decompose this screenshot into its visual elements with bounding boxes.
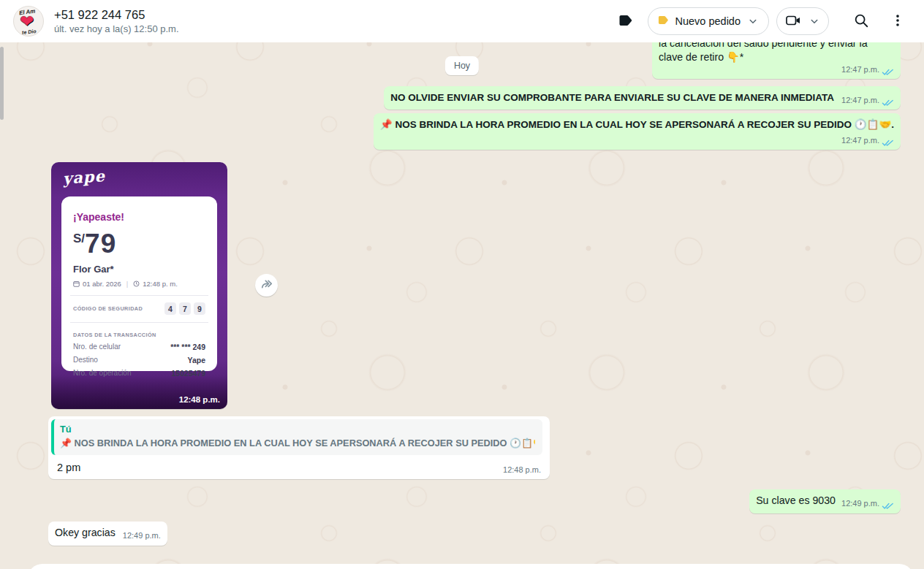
quoted-message[interactable]: Tú 📌 NOS BRINDA LA HORA PROMEDIO EN LA C… bbox=[51, 419, 542, 455]
video-camera-icon bbox=[784, 12, 802, 31]
incoming-message-reply-2pm[interactable]: Tú 📌 NOS BRINDA LA HORA PROMEDIO EN LA C… bbox=[48, 416, 550, 479]
divider bbox=[70, 322, 208, 323]
security-digit: 7 bbox=[179, 302, 191, 315]
chat-header: El Am ❤ te Dio +51 922 244 765 últ. vez … bbox=[0, 0, 924, 42]
message-input-bar[interactable] bbox=[28, 564, 914, 569]
message-meta: 12:47 p.m. bbox=[659, 65, 894, 74]
message-time: 12:48 p.m. bbox=[179, 395, 220, 404]
forward-arrow-icon bbox=[260, 277, 274, 294]
read-receipt-icon bbox=[882, 66, 894, 74]
search-icon bbox=[853, 12, 869, 31]
security-digit: 4 bbox=[164, 302, 176, 315]
divider bbox=[70, 295, 208, 296]
message-time: 12:48 p.m. bbox=[503, 465, 541, 474]
read-receipt-icon bbox=[882, 137, 894, 145]
order-tag-icon bbox=[657, 14, 670, 28]
search-button[interactable] bbox=[847, 7, 876, 36]
security-code-row: CÓDIGO DE SEGURIDAD 4 7 9 bbox=[73, 302, 205, 315]
message-time: 12:47 p.m. bbox=[841, 96, 879, 104]
avatar[interactable]: El Am ❤ te Dio bbox=[13, 6, 44, 37]
contact-name: +51 922 244 765 bbox=[54, 7, 179, 23]
clock-icon bbox=[133, 280, 140, 287]
outgoing-message-comprobante[interactable]: NO OLVIDE ENVIAR SU COMPROBANTE PARA ENV… bbox=[384, 86, 901, 110]
last-seen-status: últ. vez hoy a la(s) 12:50 p.m. bbox=[54, 23, 179, 36]
message-text: Okey gracias bbox=[55, 526, 116, 540]
outgoing-message-clave[interactable]: Su clave es 9030 12:49 p.m. bbox=[749, 489, 901, 513]
tx-value: *** *** 249 bbox=[170, 343, 205, 351]
receipt-time: 12:48 p. m. bbox=[143, 280, 178, 288]
tx-value: Yape bbox=[187, 356, 205, 364]
transaction-row: Nro. de celular *** *** 249 bbox=[73, 343, 205, 351]
payee-name: Flor Gar* bbox=[73, 264, 205, 275]
message-meta: 12:49 p.m. bbox=[123, 531, 161, 540]
date-divider: Hoy bbox=[445, 56, 479, 75]
labels-button[interactable] bbox=[611, 7, 640, 36]
chevron-down-icon bbox=[746, 15, 760, 28]
receipt-datetime: 01 abr. 2026 | 12:48 p. m. bbox=[73, 280, 205, 288]
security-digits: 4 7 9 bbox=[164, 302, 205, 315]
incoming-message-okey[interactable]: Okey gracias 12:49 p.m. bbox=[48, 522, 167, 546]
calendar-icon bbox=[73, 280, 80, 287]
message-time: 12:49 p.m. bbox=[841, 499, 879, 508]
read-receipt-icon bbox=[882, 500, 894, 508]
yape-logo: yape bbox=[62, 167, 105, 188]
new-order-dropdown[interactable]: Nuevo pedido bbox=[648, 7, 770, 35]
menu-button[interactable] bbox=[883, 7, 912, 36]
receipt-title: ¡Yapeaste! bbox=[73, 211, 205, 223]
image-bottom-gradient bbox=[51, 375, 227, 409]
security-digit: 9 bbox=[194, 302, 205, 315]
receipt-card: ¡Yapeaste! S/79 Flor Gar* 01 abr. 2026 |… bbox=[61, 196, 217, 371]
label-tag-icon bbox=[618, 12, 634, 31]
video-call-dropdown[interactable] bbox=[776, 7, 829, 35]
tx-label: Nro. de celular bbox=[73, 343, 121, 351]
tx-label: Destino bbox=[73, 356, 98, 364]
message-text: Su clave es 9030 bbox=[756, 494, 836, 508]
receipt-date: 01 abr. 2026 bbox=[83, 280, 121, 288]
header-actions: Nuevo pedido bbox=[611, 7, 913, 36]
chevron-down-icon bbox=[808, 15, 821, 28]
separator: | bbox=[126, 280, 128, 288]
read-receipt-icon bbox=[882, 96, 894, 104]
kebab-menu-icon bbox=[890, 12, 906, 31]
message-text: 📌 NOS BRINDA LA HORA PROMEDIO EN LA CUAL… bbox=[380, 118, 894, 131]
transaction-row: Destino Yape bbox=[73, 356, 205, 364]
message-time: 12:49 p.m. bbox=[123, 531, 161, 540]
contact-info[interactable]: +51 922 244 765 últ. vez hoy a la(s) 12:… bbox=[54, 7, 179, 36]
message-meta: 12:49 p.m. bbox=[841, 499, 894, 508]
incoming-image-message-yape-receipt[interactable]: yape ¡Yapeaste! S/79 Flor Gar* 01 abr. 2… bbox=[51, 162, 227, 409]
quote-text: 📌 NOS BRINDA LA HORA PROMEDIO EN LA CUAL… bbox=[60, 436, 535, 450]
avatar-text-bottom: te Dio bbox=[22, 28, 37, 35]
forward-message-button[interactable] bbox=[255, 274, 278, 297]
security-code-label: CÓDIGO DE SEGURIDAD bbox=[73, 305, 143, 312]
message-text: 2 pm bbox=[57, 462, 542, 473]
whatsapp-conversation-panel: El Am ❤ te Dio +51 922 244 765 últ. vez … bbox=[0, 0, 924, 569]
message-meta: 12:47 p.m. bbox=[380, 136, 894, 145]
currency-symbol: S/ bbox=[73, 232, 85, 245]
message-meta: 12:47 p.m. bbox=[841, 96, 894, 104]
new-order-label: Nuevo pedido bbox=[675, 15, 741, 27]
transaction-data-label: DATOS DE LA TRANSACCIÓN bbox=[73, 332, 205, 338]
message-time: 12:47 p.m. bbox=[841, 65, 879, 74]
outgoing-message-hora-promedio[interactable]: 📌 NOS BRINDA LA HORA PROMEDIO EN LA CUAL… bbox=[374, 113, 901, 150]
message-time: 12:47 p.m. bbox=[841, 136, 879, 145]
yape-receipt-image: yape ¡Yapeaste! S/79 Flor Gar* 01 abr. 2… bbox=[51, 162, 227, 409]
quote-author: Tú bbox=[60, 423, 535, 436]
message-text: NO OLVIDE ENVIAR SU COMPROBANTE PARA ENV… bbox=[390, 91, 834, 104]
amount-value: 79 bbox=[85, 229, 116, 259]
chat-list-scrollbar[interactable] bbox=[0, 47, 4, 120]
receipt-amount: S/79 bbox=[73, 229, 205, 259]
